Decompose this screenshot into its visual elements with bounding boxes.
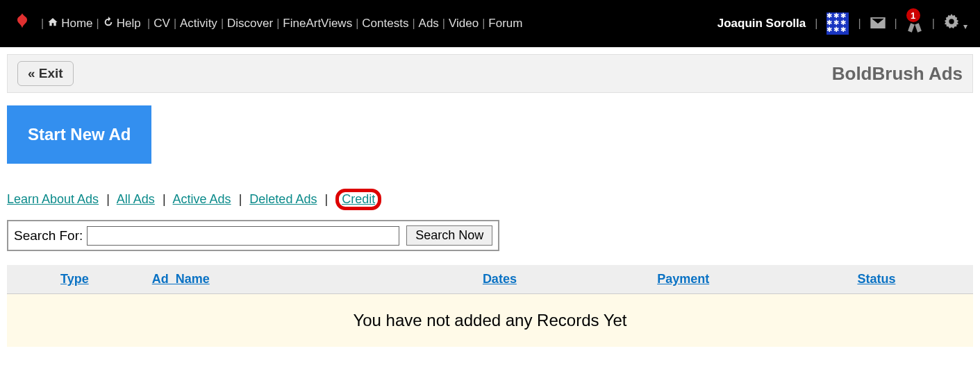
nav-right-group: Joaquin Sorolla | | | 1 | ▾ bbox=[717, 12, 967, 35]
username-label[interactable]: Joaquin Sorolla bbox=[717, 17, 806, 31]
ads-table: Type Ad_Name Dates Payment Status You ha… bbox=[7, 265, 973, 347]
separator: | bbox=[482, 17, 485, 30]
link-all-ads[interactable]: All Ads bbox=[117, 192, 155, 206]
page-header-bar: « Exit BoldBrush Ads bbox=[7, 54, 973, 93]
separator: | bbox=[41, 17, 44, 30]
nav-help[interactable]: Help bbox=[117, 17, 141, 31]
separator: | bbox=[895, 17, 897, 30]
separator: | bbox=[858, 17, 861, 30]
col-dates[interactable]: Dates bbox=[483, 272, 517, 286]
separator: | bbox=[815, 17, 817, 30]
nav-activity[interactable]: Activity bbox=[180, 17, 217, 31]
separator: | bbox=[412, 17, 415, 30]
search-now-button[interactable]: Search Now bbox=[406, 225, 492, 246]
refresh-icon bbox=[103, 17, 114, 31]
separator: | bbox=[97, 17, 99, 30]
top-navbar: | Home | Help | CV | Activity | Discover… bbox=[0, 0, 980, 47]
col-ad-name[interactable]: Ad_Name bbox=[152, 272, 210, 286]
credit-highlight: Credit bbox=[335, 189, 381, 210]
search-input[interactable] bbox=[87, 226, 399, 246]
separator: | bbox=[276, 17, 279, 30]
gear-icon[interactable]: ▾ bbox=[944, 14, 967, 33]
link-active-ads[interactable]: Active Ads bbox=[173, 192, 231, 206]
col-type[interactable]: Type bbox=[60, 272, 89, 286]
nav-home[interactable]: Home bbox=[61, 17, 92, 31]
separator: | bbox=[144, 17, 151, 30]
nav-discover[interactable]: Discover bbox=[227, 17, 273, 31]
table-header-row: Type Ad_Name Dates Payment Status bbox=[7, 265, 973, 294]
col-status[interactable]: Status bbox=[857, 272, 895, 286]
separator: | bbox=[932, 17, 935, 30]
link-credit[interactable]: Credit bbox=[342, 192, 375, 206]
separator: | bbox=[239, 192, 242, 206]
nav-video[interactable]: Video bbox=[449, 17, 479, 31]
notification-badge: 1 bbox=[906, 8, 920, 22]
mail-icon[interactable] bbox=[870, 16, 886, 32]
search-label: Search For: bbox=[14, 228, 83, 243]
separator: | bbox=[163, 192, 166, 206]
separator: | bbox=[356, 17, 358, 30]
notifications-button[interactable]: 1 bbox=[906, 12, 923, 35]
ads-filter-links: Learn About Ads | All Ads | Active Ads |… bbox=[7, 189, 973, 210]
separator: | bbox=[174, 17, 176, 30]
page-title: BoldBrush Ads bbox=[832, 63, 963, 85]
avatar[interactable] bbox=[827, 12, 849, 35]
logo-icon[interactable] bbox=[13, 12, 32, 36]
nav-ads[interactable]: Ads bbox=[419, 17, 439, 31]
col-payment[interactable]: Payment bbox=[657, 272, 709, 286]
start-new-ad-button[interactable]: Start New Ad bbox=[7, 105, 151, 164]
separator: | bbox=[106, 192, 110, 206]
nav-contests[interactable]: Contests bbox=[362, 17, 408, 31]
search-bar: Search For: Search Now bbox=[7, 220, 499, 251]
separator: | bbox=[221, 17, 224, 30]
empty-row: You have not added any Records Yet bbox=[7, 294, 973, 347]
nav-forum[interactable]: Forum bbox=[488, 17, 522, 31]
link-deleted-ads[interactable]: Deleted Ads bbox=[249, 192, 317, 206]
nav-cv[interactable]: CV bbox=[153, 17, 170, 31]
separator: | bbox=[442, 17, 445, 30]
empty-message: You have not added any Records Yet bbox=[7, 294, 973, 347]
main-content: Start New Ad Learn About Ads | All Ads |… bbox=[0, 93, 980, 354]
home-icon bbox=[47, 17, 58, 31]
exit-button[interactable]: « Exit bbox=[17, 61, 74, 86]
separator: | bbox=[324, 192, 328, 206]
nav-fineartviews[interactable]: FineArtViews bbox=[283, 17, 352, 31]
nav-left-group: | Home | Help | CV | Activity | Discover… bbox=[13, 12, 717, 36]
link-learn-about-ads[interactable]: Learn About Ads bbox=[7, 192, 99, 206]
